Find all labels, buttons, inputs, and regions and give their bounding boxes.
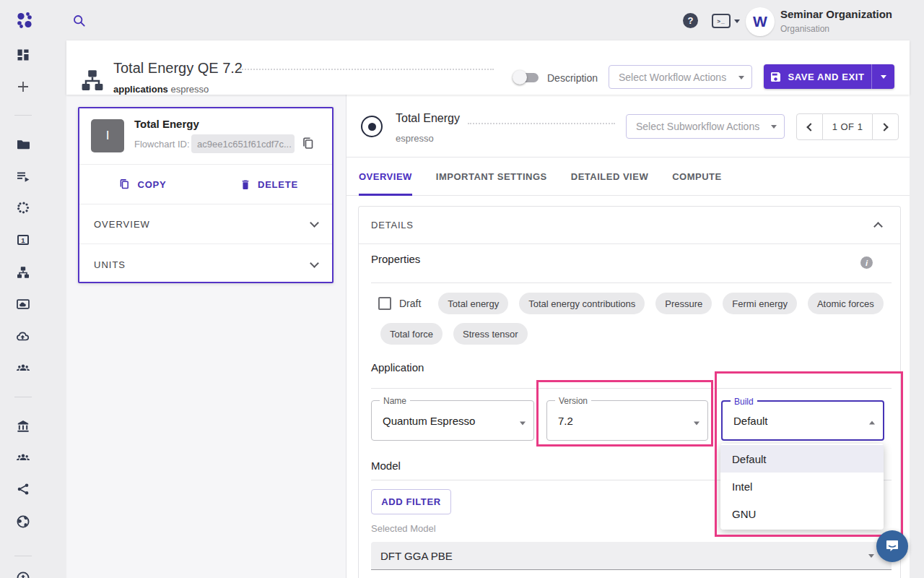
account-avatar[interactable]: W (746, 7, 775, 36)
app-window: ? >_ W Seminar Organization Organisation (0, 0, 924, 578)
org-name: Seminar Organization (780, 8, 892, 20)
chevron-up-icon (873, 222, 883, 231)
application-build-select[interactable]: Build Default (721, 400, 884, 441)
chevron-down-icon (520, 422, 526, 428)
chevron-down-icon (868, 554, 874, 561)
tab-overview[interactable]: OVERVIEW (359, 158, 412, 196)
meta-app-value: espresso (170, 84, 209, 95)
folder-icon[interactable] (16, 137, 30, 152)
build-option-intel[interactable]: Intel (720, 473, 884, 500)
build-dropdown-menu: Default Intel GNU (720, 444, 884, 530)
property-chip[interactable]: Total energy (438, 293, 508, 314)
flowchart-id-value[interactable]: ac9ee1c651f61cdf7c... (191, 134, 295, 153)
description-label: Description (547, 72, 598, 84)
build-field-label: Build (731, 397, 757, 407)
rail-divider (14, 397, 32, 397)
description-toggle[interactable] (513, 69, 540, 85)
workflow-meta: applications espresso (113, 84, 209, 95)
property-chip[interactable]: Total force (380, 323, 443, 345)
subworkflow-pager: 1 OF 1 (796, 113, 899, 140)
trash-icon (240, 178, 251, 190)
flowchart-sidebar: I Total Energy Flowchart ID: ac9ee1c651f… (66, 95, 346, 578)
institution-icon[interactable] (16, 419, 30, 434)
share-icon[interactable] (16, 482, 30, 496)
brand-logo-icon[interactable] (14, 10, 35, 30)
subworkflow-tabs: OVERVIEW IMPORTANT SETTINGS DETAILED VIE… (346, 158, 910, 196)
build-option-gnu[interactable]: GNU (720, 500, 884, 527)
pager-prev-button[interactable] (796, 113, 823, 140)
chevron-right-icon (880, 123, 888, 131)
remote-desktop-icon[interactable] (16, 297, 30, 311)
copy-button[interactable]: COPY (79, 165, 206, 204)
cloud-upload-icon[interactable] (16, 329, 30, 343)
chat-launcher[interactable] (876, 530, 908, 562)
details-accordion-header[interactable]: DETAILS (359, 207, 900, 244)
delete-button[interactable]: DELETE (206, 165, 332, 204)
help-icon[interactable]: ? (683, 13, 698, 28)
application-version-select[interactable]: Version 7.2 (546, 400, 708, 441)
rail-divider (14, 556, 32, 556)
team-icon[interactable] (16, 361, 30, 375)
globe-icon[interactable] (16, 514, 30, 529)
tab-important-settings[interactable]: IMPORTANT SETTINGS (436, 158, 547, 196)
property-chip[interactable]: Stress tensor (453, 323, 528, 345)
chevron-left-icon (806, 123, 814, 131)
info-icon[interactable]: i (860, 256, 873, 269)
property-chip[interactable]: Atomic forces (808, 293, 884, 314)
chevron-down-icon (694, 422, 699, 428)
unit-title: Total Energy (134, 118, 199, 130)
chevron-down-icon (738, 76, 744, 82)
draft-label: Draft (399, 298, 421, 309)
bank-card-icon[interactable]: 1 (16, 233, 30, 247)
application-name-select[interactable]: Name Quantum Espresso (371, 400, 534, 441)
subworkflow-icon (361, 116, 383, 137)
details-header-label: DETAILS (371, 220, 414, 230)
partial-bottom-icon[interactable] (16, 571, 30, 578)
jobs-list-icon[interactable] (16, 169, 30, 184)
workflow-actions-label: Select Workflow Actions (619, 72, 726, 83)
users-icon[interactable] (16, 450, 30, 465)
add-filter-label: ADD FILTER (381, 496, 440, 507)
workflows-icon[interactable] (16, 265, 30, 280)
save-dropdown-button[interactable] (872, 64, 894, 89)
selected-model-select[interactable]: DFT GGA PBE (371, 542, 892, 570)
property-chip[interactable]: Fermi energy (723, 293, 797, 314)
tab-detailed-view[interactable]: DETAILED VIEW (571, 158, 648, 196)
save-icon (770, 72, 781, 82)
workflow-actions-select[interactable]: Select Workflow Actions (609, 65, 752, 89)
save-and-exit-button[interactable]: SAVE AND EXIT (764, 64, 872, 89)
draft-checkbox[interactable] (378, 297, 391, 310)
tab-compute[interactable]: COMPUTE (672, 158, 722, 196)
build-option-default[interactable]: Default (720, 445, 884, 473)
chevron-down-icon (771, 125, 777, 131)
accordion-overview[interactable]: OVERVIEW (79, 204, 332, 243)
org-type: Organisation (780, 24, 829, 34)
copy-id-icon[interactable] (301, 137, 315, 151)
copy-icon (118, 178, 131, 191)
chevron-down-icon (734, 20, 740, 26)
materials-dots-icon[interactable] (16, 201, 30, 215)
version-field-label: Version (555, 396, 591, 406)
dashboard-icon[interactable] (16, 48, 30, 62)
add-filter-button[interactable]: ADD FILTER (371, 489, 451, 514)
subworkflow-actions-select[interactable]: Select Subworkflow Actions (626, 114, 785, 139)
search-icon[interactable] (72, 14, 87, 28)
console-menu-button[interactable]: >_ (712, 14, 740, 28)
subworkflow-actions-label: Select Subworkflow Actions (636, 121, 759, 132)
pager-status: 1 OF 1 (823, 113, 872, 140)
unit-card[interactable]: I Total Energy Flowchart ID: ac9ee1c651f… (78, 107, 334, 283)
selected-model-label: Selected Model (371, 523, 436, 534)
add-icon[interactable] (16, 79, 30, 94)
subworkflow-header: Total Energy espresso Select Subworkflow… (346, 95, 910, 158)
section-divider (371, 282, 892, 283)
selected-model-value: DFT GGA PBE (380, 550, 453, 562)
properties-chip-row-1: Draft Total energy Total energy contribu… (378, 293, 894, 314)
workflow-header: Total Energy QE 7.2 applications espress… (66, 40, 910, 95)
dotted-divider (468, 123, 615, 124)
property-chip[interactable]: Total energy contributions (519, 293, 645, 314)
property-chip[interactable]: Pressure (655, 293, 712, 314)
rail-divider (14, 115, 32, 116)
pager-next-button[interactable] (872, 113, 899, 140)
accordion-units[interactable]: UNITS (79, 243, 332, 285)
meta-app-label: applications (113, 84, 168, 95)
